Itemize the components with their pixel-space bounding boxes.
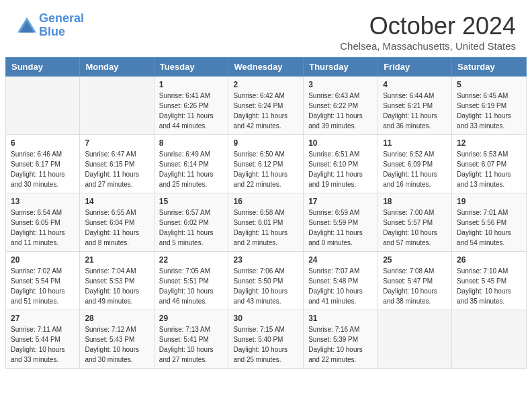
day-info: Sunrise: 7:00 AM Sunset: 5:57 PM Dayligh… <box>383 208 447 248</box>
table-row: 7Sunrise: 6:47 AM Sunset: 6:15 PM Daylig… <box>80 135 154 193</box>
day-info: Sunrise: 7:12 AM Sunset: 5:43 PM Dayligh… <box>85 324 148 365</box>
table-row: 1Sunrise: 6:41 AM Sunset: 6:26 PM Daylig… <box>154 77 228 135</box>
day-info: Sunrise: 6:50 AM Sunset: 6:12 PM Dayligh… <box>233 149 298 189</box>
day-number: 13 <box>11 197 75 206</box>
table-row: 14Sunrise: 6:55 AM Sunset: 6:04 PM Dayli… <box>80 193 154 252</box>
table-row: 8Sunrise: 6:49 AM Sunset: 6:14 PM Daylig… <box>154 135 228 193</box>
day-number: 15 <box>159 197 224 206</box>
day-info: Sunrise: 6:46 AM Sunset: 6:17 PM Dayligh… <box>11 149 75 189</box>
col-wednesday: Wednesday <box>228 58 304 77</box>
table-row: 22Sunrise: 7:05 AM Sunset: 5:51 PM Dayli… <box>154 252 228 310</box>
day-number: 4 <box>383 80 447 89</box>
col-monday: Monday <box>80 58 154 77</box>
day-info: Sunrise: 6:55 AM Sunset: 6:04 PM Dayligh… <box>85 208 148 248</box>
day-number: 26 <box>457 255 521 265</box>
day-number: 23 <box>233 255 298 265</box>
day-number: 12 <box>457 138 521 148</box>
col-thursday: Thursday <box>304 58 378 77</box>
day-info: Sunrise: 6:43 AM Sunset: 6:22 PM Dayligh… <box>308 91 373 131</box>
table-row: 24Sunrise: 7:07 AM Sunset: 5:48 PM Dayli… <box>304 252 378 310</box>
logo-icon <box>16 16 38 35</box>
day-number: 3 <box>308 80 373 89</box>
day-info: Sunrise: 7:06 AM Sunset: 5:50 PM Dayligh… <box>233 266 298 306</box>
table-row: 29Sunrise: 7:13 AM Sunset: 5:41 PM Dayli… <box>154 310 228 369</box>
calendar-week-row: 6Sunrise: 6:46 AM Sunset: 6:17 PM Daylig… <box>6 135 527 193</box>
day-number: 2 <box>233 80 298 89</box>
table-row: 30Sunrise: 7:15 AM Sunset: 5:40 PM Dayli… <box>228 310 304 369</box>
table-row: 4Sunrise: 6:44 AM Sunset: 6:21 PM Daylig… <box>378 77 452 135</box>
table-row: 3Sunrise: 6:43 AM Sunset: 6:22 PM Daylig… <box>304 77 378 135</box>
header: General Blue October 2024 Chelsea, Massa… <box>0 0 532 57</box>
day-number: 11 <box>383 138 447 148</box>
day-info: Sunrise: 7:13 AM Sunset: 5:41 PM Dayligh… <box>159 324 224 365</box>
day-info: Sunrise: 7:15 AM Sunset: 5:40 PM Dayligh… <box>233 324 298 365</box>
day-info: Sunrise: 6:44 AM Sunset: 6:21 PM Dayligh… <box>383 91 447 131</box>
day-number: 17 <box>308 197 373 206</box>
logo-text: General Blue <box>39 12 84 39</box>
day-info: Sunrise: 7:11 AM Sunset: 5:44 PM Dayligh… <box>11 324 75 365</box>
day-info: Sunrise: 7:10 AM Sunset: 5:45 PM Dayligh… <box>457 266 521 306</box>
day-info: Sunrise: 7:07 AM Sunset: 5:48 PM Dayligh… <box>308 266 373 306</box>
day-info: Sunrise: 7:16 AM Sunset: 5:39 PM Dayligh… <box>308 324 373 365</box>
day-number: 19 <box>457 197 521 206</box>
day-info: Sunrise: 7:08 AM Sunset: 5:47 PM Dayligh… <box>383 266 447 306</box>
day-info: Sunrise: 6:52 AM Sunset: 6:09 PM Dayligh… <box>383 149 447 189</box>
calendar-week-row: 1Sunrise: 6:41 AM Sunset: 6:26 PM Daylig… <box>6 77 527 135</box>
day-info: Sunrise: 6:57 AM Sunset: 6:02 PM Dayligh… <box>159 208 224 248</box>
table-row: 10Sunrise: 6:51 AM Sunset: 6:10 PM Dayli… <box>304 135 378 193</box>
calendar-header-row: Sunday Monday Tuesday Wednesday Thursday… <box>6 58 527 77</box>
table-row: 27Sunrise: 7:11 AM Sunset: 5:44 PM Dayli… <box>6 310 80 369</box>
table-row: 17Sunrise: 6:59 AM Sunset: 5:59 PM Dayli… <box>304 193 378 252</box>
calendar-week-row: 20Sunrise: 7:02 AM Sunset: 5:54 PM Dayli… <box>6 252 527 310</box>
day-info: Sunrise: 6:59 AM Sunset: 5:59 PM Dayligh… <box>308 208 373 248</box>
day-number: 29 <box>159 314 224 323</box>
day-info: Sunrise: 6:51 AM Sunset: 6:10 PM Dayligh… <box>308 149 373 189</box>
day-info: Sunrise: 6:47 AM Sunset: 6:15 PM Dayligh… <box>85 149 148 189</box>
day-info: Sunrise: 6:41 AM Sunset: 6:26 PM Dayligh… <box>159 91 224 131</box>
day-number: 25 <box>383 255 447 265</box>
day-info: Sunrise: 7:02 AM Sunset: 5:54 PM Dayligh… <box>11 266 75 306</box>
col-sunday: Sunday <box>6 58 80 77</box>
day-number: 14 <box>85 197 148 206</box>
table-row: 20Sunrise: 7:02 AM Sunset: 5:54 PM Dayli… <box>6 252 80 310</box>
col-saturday: Saturday <box>452 58 527 77</box>
title-block: October 2024 Chelsea, Massachusetts, Uni… <box>340 12 516 52</box>
col-friday: Friday <box>378 58 452 77</box>
day-number: 18 <box>383 197 447 206</box>
table-row: 23Sunrise: 7:06 AM Sunset: 5:50 PM Dayli… <box>228 252 304 310</box>
calendar-week-row: 27Sunrise: 7:11 AM Sunset: 5:44 PM Dayli… <box>6 310 527 369</box>
table-row: 5Sunrise: 6:45 AM Sunset: 6:19 PM Daylig… <box>452 77 527 135</box>
table-row: 19Sunrise: 7:01 AM Sunset: 5:56 PM Dayli… <box>452 193 527 252</box>
day-number: 6 <box>11 138 75 148</box>
day-number: 7 <box>85 138 148 148</box>
day-info: Sunrise: 6:53 AM Sunset: 6:07 PM Dayligh… <box>457 149 521 189</box>
table-row: 28Sunrise: 7:12 AM Sunset: 5:43 PM Dayli… <box>80 310 154 369</box>
table-row: 13Sunrise: 6:54 AM Sunset: 6:05 PM Dayli… <box>6 193 80 252</box>
logo: General Blue <box>16 12 84 39</box>
day-info: Sunrise: 6:49 AM Sunset: 6:14 PM Dayligh… <box>159 149 224 189</box>
day-number: 27 <box>11 314 75 323</box>
day-info: Sunrise: 6:45 AM Sunset: 6:19 PM Dayligh… <box>457 91 521 131</box>
table-row: 11Sunrise: 6:52 AM Sunset: 6:09 PM Dayli… <box>378 135 452 193</box>
day-info: Sunrise: 6:42 AM Sunset: 6:24 PM Dayligh… <box>233 91 298 131</box>
table-row <box>6 77 80 135</box>
day-info: Sunrise: 7:04 AM Sunset: 5:53 PM Dayligh… <box>85 266 148 306</box>
day-number: 9 <box>233 138 298 148</box>
table-row: 31Sunrise: 7:16 AM Sunset: 5:39 PM Dayli… <box>304 310 378 369</box>
table-row: 18Sunrise: 7:00 AM Sunset: 5:57 PM Dayli… <box>378 193 452 252</box>
col-tuesday: Tuesday <box>154 58 228 77</box>
table-row: 21Sunrise: 7:04 AM Sunset: 5:53 PM Dayli… <box>80 252 154 310</box>
table-row <box>378 310 452 369</box>
day-number: 31 <box>308 314 373 323</box>
calendar-week-row: 13Sunrise: 6:54 AM Sunset: 6:05 PM Dayli… <box>6 193 527 252</box>
day-number: 22 <box>159 255 224 265</box>
table-row: 15Sunrise: 6:57 AM Sunset: 6:02 PM Dayli… <box>154 193 228 252</box>
day-number: 5 <box>457 80 521 89</box>
day-info: Sunrise: 7:05 AM Sunset: 5:51 PM Dayligh… <box>159 266 224 306</box>
calendar-table: Sunday Monday Tuesday Wednesday Thursday… <box>5 57 527 369</box>
day-number: 21 <box>85 255 148 265</box>
day-number: 28 <box>85 314 148 323</box>
table-row <box>80 77 154 135</box>
day-number: 10 <box>308 138 373 148</box>
day-number: 16 <box>233 197 298 206</box>
